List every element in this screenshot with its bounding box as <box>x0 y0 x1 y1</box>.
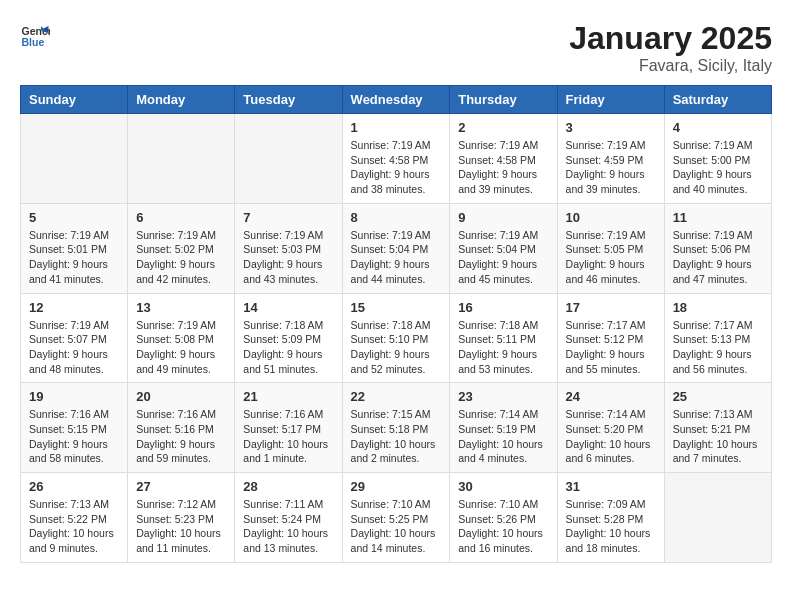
page-title: January 2025 <box>569 20 772 57</box>
day-info: Sunrise: 7:19 AM Sunset: 4:58 PM Dayligh… <box>351 138 442 197</box>
day-info: Sunrise: 7:19 AM Sunset: 5:03 PM Dayligh… <box>243 228 333 287</box>
col-tuesday: Tuesday <box>235 86 342 114</box>
table-row: 23Sunrise: 7:14 AM Sunset: 5:19 PM Dayli… <box>450 383 557 473</box>
table-row: 27Sunrise: 7:12 AM Sunset: 5:23 PM Dayli… <box>128 473 235 563</box>
day-info: Sunrise: 7:09 AM Sunset: 5:28 PM Dayligh… <box>566 497 656 556</box>
day-info: Sunrise: 7:13 AM Sunset: 5:22 PM Dayligh… <box>29 497 119 556</box>
day-number: 13 <box>136 300 226 315</box>
day-info: Sunrise: 7:16 AM Sunset: 5:15 PM Dayligh… <box>29 407 119 466</box>
table-row: 24Sunrise: 7:14 AM Sunset: 5:20 PM Dayli… <box>557 383 664 473</box>
day-number: 7 <box>243 210 333 225</box>
day-number: 20 <box>136 389 226 404</box>
table-row: 31Sunrise: 7:09 AM Sunset: 5:28 PM Dayli… <box>557 473 664 563</box>
day-number: 11 <box>673 210 763 225</box>
table-row: 16Sunrise: 7:18 AM Sunset: 5:11 PM Dayli… <box>450 293 557 383</box>
day-info: Sunrise: 7:10 AM Sunset: 5:26 PM Dayligh… <box>458 497 548 556</box>
calendar-header-row: Sunday Monday Tuesday Wednesday Thursday… <box>21 86 772 114</box>
day-info: Sunrise: 7:19 AM Sunset: 5:07 PM Dayligh… <box>29 318 119 377</box>
table-row: 6Sunrise: 7:19 AM Sunset: 5:02 PM Daylig… <box>128 203 235 293</box>
calendar-week-3: 12Sunrise: 7:19 AM Sunset: 5:07 PM Dayli… <box>21 293 772 383</box>
calendar-week-5: 26Sunrise: 7:13 AM Sunset: 5:22 PM Dayli… <box>21 473 772 563</box>
day-number: 22 <box>351 389 442 404</box>
day-info: Sunrise: 7:15 AM Sunset: 5:18 PM Dayligh… <box>351 407 442 466</box>
table-row <box>21 114 128 204</box>
day-info: Sunrise: 7:17 AM Sunset: 5:12 PM Dayligh… <box>566 318 656 377</box>
table-row <box>664 473 771 563</box>
day-info: Sunrise: 7:19 AM Sunset: 5:05 PM Dayligh… <box>566 228 656 287</box>
title-area: January 2025 Favara, Sicily, Italy <box>569 20 772 75</box>
day-info: Sunrise: 7:19 AM Sunset: 5:04 PM Dayligh… <box>351 228 442 287</box>
table-row: 19Sunrise: 7:16 AM Sunset: 5:15 PM Dayli… <box>21 383 128 473</box>
table-row: 5Sunrise: 7:19 AM Sunset: 5:01 PM Daylig… <box>21 203 128 293</box>
table-row <box>128 114 235 204</box>
table-row: 10Sunrise: 7:19 AM Sunset: 5:05 PM Dayli… <box>557 203 664 293</box>
table-row: 14Sunrise: 7:18 AM Sunset: 5:09 PM Dayli… <box>235 293 342 383</box>
day-info: Sunrise: 7:16 AM Sunset: 5:17 PM Dayligh… <box>243 407 333 466</box>
page-header: General Blue January 2025 Favara, Sicily… <box>20 20 772 75</box>
svg-text:Blue: Blue <box>22 36 45 48</box>
day-number: 4 <box>673 120 763 135</box>
day-number: 17 <box>566 300 656 315</box>
table-row: 1Sunrise: 7:19 AM Sunset: 4:58 PM Daylig… <box>342 114 450 204</box>
day-number: 6 <box>136 210 226 225</box>
day-number: 8 <box>351 210 442 225</box>
day-info: Sunrise: 7:16 AM Sunset: 5:16 PM Dayligh… <box>136 407 226 466</box>
calendar-week-4: 19Sunrise: 7:16 AM Sunset: 5:15 PM Dayli… <box>21 383 772 473</box>
table-row: 29Sunrise: 7:10 AM Sunset: 5:25 PM Dayli… <box>342 473 450 563</box>
table-row: 17Sunrise: 7:17 AM Sunset: 5:12 PM Dayli… <box>557 293 664 383</box>
table-row: 28Sunrise: 7:11 AM Sunset: 5:24 PM Dayli… <box>235 473 342 563</box>
logo-icon: General Blue <box>20 20 50 50</box>
day-info: Sunrise: 7:19 AM Sunset: 4:59 PM Dayligh… <box>566 138 656 197</box>
day-number: 15 <box>351 300 442 315</box>
day-number: 31 <box>566 479 656 494</box>
logo: General Blue <box>20 20 50 50</box>
day-info: Sunrise: 7:19 AM Sunset: 5:01 PM Dayligh… <box>29 228 119 287</box>
table-row: 20Sunrise: 7:16 AM Sunset: 5:16 PM Dayli… <box>128 383 235 473</box>
day-number: 1 <box>351 120 442 135</box>
day-number: 10 <box>566 210 656 225</box>
table-row: 8Sunrise: 7:19 AM Sunset: 5:04 PM Daylig… <box>342 203 450 293</box>
day-number: 3 <box>566 120 656 135</box>
table-row: 3Sunrise: 7:19 AM Sunset: 4:59 PM Daylig… <box>557 114 664 204</box>
calendar-table: Sunday Monday Tuesday Wednesday Thursday… <box>20 85 772 563</box>
day-number: 23 <box>458 389 548 404</box>
table-row: 9Sunrise: 7:19 AM Sunset: 5:04 PM Daylig… <box>450 203 557 293</box>
day-info: Sunrise: 7:18 AM Sunset: 5:09 PM Dayligh… <box>243 318 333 377</box>
table-row: 13Sunrise: 7:19 AM Sunset: 5:08 PM Dayli… <box>128 293 235 383</box>
day-number: 21 <box>243 389 333 404</box>
table-row: 22Sunrise: 7:15 AM Sunset: 5:18 PM Dayli… <box>342 383 450 473</box>
day-info: Sunrise: 7:14 AM Sunset: 5:20 PM Dayligh… <box>566 407 656 466</box>
table-row: 4Sunrise: 7:19 AM Sunset: 5:00 PM Daylig… <box>664 114 771 204</box>
day-info: Sunrise: 7:10 AM Sunset: 5:25 PM Dayligh… <box>351 497 442 556</box>
day-number: 18 <box>673 300 763 315</box>
table-row: 30Sunrise: 7:10 AM Sunset: 5:26 PM Dayli… <box>450 473 557 563</box>
day-number: 5 <box>29 210 119 225</box>
table-row: 21Sunrise: 7:16 AM Sunset: 5:17 PM Dayli… <box>235 383 342 473</box>
day-number: 12 <box>29 300 119 315</box>
table-row: 12Sunrise: 7:19 AM Sunset: 5:07 PM Dayli… <box>21 293 128 383</box>
day-number: 26 <box>29 479 119 494</box>
col-friday: Friday <box>557 86 664 114</box>
table-row: 25Sunrise: 7:13 AM Sunset: 5:21 PM Dayli… <box>664 383 771 473</box>
day-info: Sunrise: 7:18 AM Sunset: 5:10 PM Dayligh… <box>351 318 442 377</box>
day-info: Sunrise: 7:19 AM Sunset: 5:02 PM Dayligh… <box>136 228 226 287</box>
col-saturday: Saturday <box>664 86 771 114</box>
day-number: 2 <box>458 120 548 135</box>
day-number: 19 <box>29 389 119 404</box>
day-number: 27 <box>136 479 226 494</box>
calendar-week-2: 5Sunrise: 7:19 AM Sunset: 5:01 PM Daylig… <box>21 203 772 293</box>
day-number: 28 <box>243 479 333 494</box>
day-number: 25 <box>673 389 763 404</box>
table-row: 11Sunrise: 7:19 AM Sunset: 5:06 PM Dayli… <box>664 203 771 293</box>
table-row: 7Sunrise: 7:19 AM Sunset: 5:03 PM Daylig… <box>235 203 342 293</box>
day-info: Sunrise: 7:19 AM Sunset: 5:04 PM Dayligh… <box>458 228 548 287</box>
day-info: Sunrise: 7:19 AM Sunset: 5:00 PM Dayligh… <box>673 138 763 197</box>
day-number: 9 <box>458 210 548 225</box>
day-info: Sunrise: 7:11 AM Sunset: 5:24 PM Dayligh… <box>243 497 333 556</box>
day-number: 29 <box>351 479 442 494</box>
day-info: Sunrise: 7:19 AM Sunset: 5:08 PM Dayligh… <box>136 318 226 377</box>
col-monday: Monday <box>128 86 235 114</box>
table-row <box>235 114 342 204</box>
day-number: 16 <box>458 300 548 315</box>
col-thursday: Thursday <box>450 86 557 114</box>
